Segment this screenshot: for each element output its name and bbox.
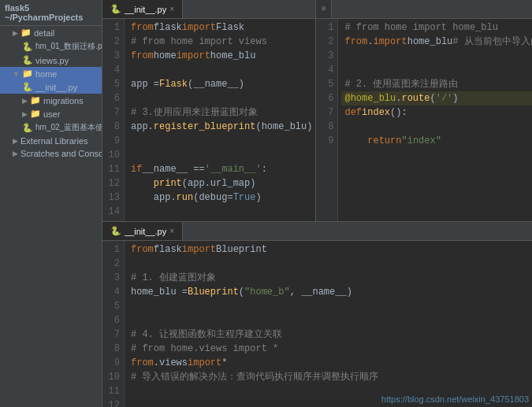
sidebar-item-migrations[interactable]: ▶ 📁 migrations: [0, 94, 102, 107]
code-line: [128, 148, 312, 162]
right-code-content[interactable]: # from home import home_blu from . impor…: [338, 19, 532, 221]
bottom-line-numbers: 123 456 789 101112 1314: [102, 241, 125, 407]
code-line: [128, 63, 312, 77]
right-editor: ≡ 123 456 789 # from home import home_bl…: [316, 0, 532, 221]
sidebar-item-hm02[interactable]: 🐍 hm_02_蓝图基本使用.py: [0, 120, 102, 135]
folder-icon: 📁: [30, 109, 41, 119]
folder-icon: 📁: [30, 95, 41, 105]
sidebar-label: views.py: [35, 56, 69, 65]
code-line: def index():: [341, 105, 532, 120]
code-line: home_blu = Blueprint("home_b", __name__): [128, 285, 532, 299]
code-line: print(app.url_map): [128, 176, 312, 191]
code-line: [128, 313, 532, 327]
right-line-numbers: 123 456 789: [316, 19, 338, 221]
sidebar-item-user[interactable]: ▶ 📁 user: [0, 107, 102, 120]
code-line: [341, 120, 532, 134]
left-code-content[interactable]: from flask import Flask # from home impo…: [125, 19, 315, 221]
bottom-tab-bar: 🐍 __init__.py ×: [102, 222, 532, 241]
tab-label: __init__.py: [125, 227, 166, 236]
sidebar-label: detail: [34, 28, 54, 38]
code-line: if __name__ == '__main__':: [128, 162, 312, 176]
code-line: from flask import Blueprint: [128, 242, 532, 257]
left-code-area: 123 456 789 101112 1314 from flask impor…: [102, 19, 315, 221]
sidebar-item-init[interactable]: 🐍 __init__.py: [0, 80, 102, 94]
right-code-area: 123 456 789 # from home import home_blu …: [316, 19, 532, 221]
sidebar-label: user: [43, 109, 60, 119]
code-line: app.run(debug=True): [128, 191, 312, 205]
sidebar-label: Scratches and Consoles: [20, 149, 102, 158]
code-line: app = Flask(__name__): [128, 77, 312, 91]
tab-init-bottom[interactable]: 🐍 __init__.py ×: [102, 222, 183, 240]
py-icon: 🐍: [22, 82, 33, 92]
sidebar-item-scratches[interactable]: ▶ Scratches and Consoles: [0, 147, 102, 160]
chevron-right-icon: ▶: [13, 150, 18, 157]
tab-close-icon[interactable]: ×: [169, 5, 174, 13]
sidebar-label: __init__.py: [35, 83, 77, 92]
sidebar-title: flask5 ~/PycharmProjects: [0, 0, 102, 26]
code-line: [128, 205, 312, 219]
code-line: app.register_blueprint(home_blu): [128, 120, 312, 134]
py-icon: 🐍: [22, 55, 33, 65]
sidebar-label: home: [35, 69, 58, 79]
py-icon: 🐍: [22, 123, 33, 133]
code-line: from home import home_blu: [128, 49, 312, 63]
main-area: 🐍 __init__.py × 123 456 789 101112 1314 …: [102, 0, 532, 407]
sidebar-item-home[interactable]: ▼ 📁 home: [0, 67, 102, 80]
chevron-right-icon: ▶: [22, 97, 28, 105]
chevron-right-icon: ▶: [13, 29, 18, 37]
chevron-right-icon: ▶: [13, 137, 18, 145]
code-line: [128, 299, 532, 313]
bottom-code-area: 123 456 789 101112 1314 from flask impor…: [102, 241, 532, 407]
tab-icon: 🐍: [110, 226, 121, 236]
chevron-down-icon: ▼: [13, 70, 20, 78]
tab-icon: 🐍: [110, 4, 121, 14]
left-editor: 🐍 __init__.py × 123 456 789 101112 1314 …: [102, 0, 316, 221]
bottom-code-content[interactable]: from flask import Blueprint # 1. 创建蓝图对象 …: [125, 241, 532, 407]
code-line: from flask import Flask: [128, 20, 312, 35]
code-line: [128, 134, 312, 148]
sidebar-label: hm_01_数据迁移.py: [35, 41, 102, 52]
sidebar: flask5 ~/PycharmProjects ▶ 📁 detail 🐍 hm…: [0, 0, 102, 407]
tab-label: __init__.py: [125, 5, 166, 14]
code-line: # 4. 让视图函数和主程序建立关联: [128, 327, 532, 342]
code-line: from . import home_blu # 从当前包中导入内容: [341, 35, 532, 49]
sidebar-item-views[interactable]: 🐍 views.py: [0, 54, 102, 67]
top-editors: 🐍 __init__.py × 123 456 789 101112 1314 …: [102, 0, 532, 222]
bottom-editor: 🐍 __init__.py × 123 456 789 101112 1314 …: [102, 222, 532, 407]
left-tab-bar: 🐍 __init__.py ×: [102, 0, 315, 19]
code-line: # 2. 使用蓝图来注册路由: [341, 77, 532, 91]
folder-icon: 📁: [20, 28, 32, 38]
py-icon: 🐍: [22, 42, 33, 52]
code-line: # 1. 创建蓝图对象: [128, 271, 532, 285]
sidebar-item-external[interactable]: ▶ External Libraries: [0, 135, 102, 147]
sidebar-item-hm01[interactable]: 🐍 hm_01_数据迁移.py: [0, 39, 102, 54]
code-line: # from home.views import *: [128, 342, 532, 356]
sidebar-label: External Libraries: [20, 136, 88, 146]
code-line: return "index": [341, 134, 532, 148]
left-line-numbers: 123 456 789 101112 1314: [102, 19, 125, 221]
folder-icon: 📁: [22, 68, 33, 79]
sidebar-label: migrations: [43, 96, 84, 105]
tab-close-icon[interactable]: ×: [169, 227, 174, 235]
code-line: from .views import *: [128, 356, 532, 370]
code-line: # 导入错误的解决办法：查询代码执行顺序并调整执行顺序: [128, 370, 532, 384]
sidebar-item-detail[interactable]: ▶ 📁 detail: [0, 26, 102, 39]
code-line: @home_blu.route('/'): [341, 91, 532, 105]
right-tab-bar: ≡: [316, 0, 532, 19]
code-line: [128, 91, 312, 105]
sidebar-label: hm_02_蓝图基本使用.py: [35, 122, 102, 133]
code-line: # 3.使用应用来注册蓝图对象: [128, 105, 312, 120]
code-line: [341, 63, 532, 77]
code-line: # from home import views: [128, 35, 312, 49]
code-line: # from home import home_blu: [341, 20, 532, 35]
code-line: [341, 49, 532, 63]
tab-init-left[interactable]: 🐍 __init__.py ×: [102, 0, 183, 18]
line-number-toggle: ≡: [322, 5, 326, 13]
code-line: [128, 257, 532, 271]
watermark: https://blog.csdn.net/weixin_43751803: [381, 394, 529, 404]
chevron-right-icon: ▶: [22, 110, 28, 118]
